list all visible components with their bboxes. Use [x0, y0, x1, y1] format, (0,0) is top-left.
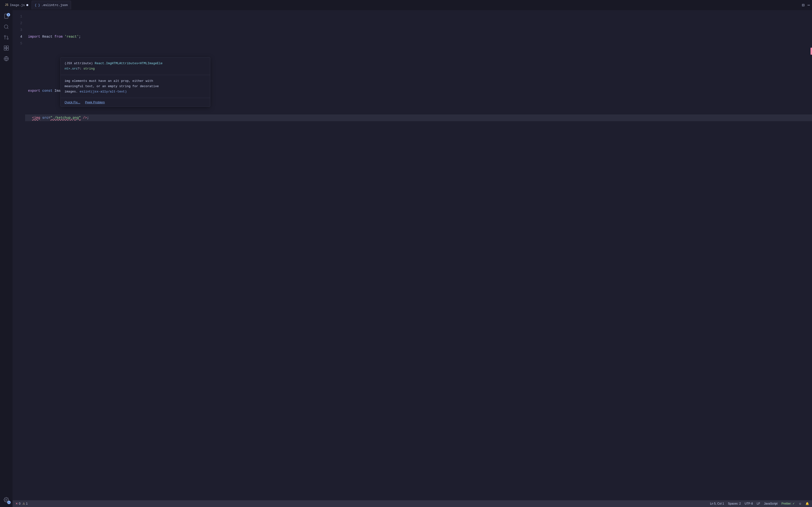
hover-popup: (JSX attribute) React.ImgHTMLAttributes<… [60, 57, 210, 107]
svg-line-1 [7, 28, 8, 29]
svg-point-2 [7, 38, 8, 40]
code-line-4: <img src="./ketchup.png" />; [25, 114, 812, 121]
hover-type-section: (JSX attribute) React.ImgHTMLAttributes<… [61, 57, 210, 75]
keyword-export: export [28, 89, 40, 93]
keyword-const: const [42, 89, 52, 93]
hover-actions: Quick Fix... Peek Problem [61, 98, 210, 107]
code-line-1: import React from 'react'; [25, 33, 812, 40]
line-num-4: 4 [12, 33, 22, 40]
line-num-2: 2 [12, 20, 22, 26]
hover-eslint-section: img elements must have an alt prop, eith… [61, 75, 210, 98]
error-count: 0 [19, 502, 20, 505]
peek-problem-button[interactable]: Peek Problem [85, 101, 105, 104]
tab-bar-actions: ⊟ ⋯ [802, 2, 810, 8]
status-warnings[interactable]: ⚠ 1 [22, 502, 28, 505]
editor-area: 1 2 3 4 5 import React from 'react'; exp… [12, 10, 812, 507]
extensions-icon [4, 45, 9, 52]
tab-eslintrc[interactable]: { } .eslintrc.json [32, 1, 71, 9]
status-right: Ln 5, Col 1 Spaces: 2 UTF-8 LF JavaScrip… [710, 502, 809, 505]
activity-search[interactable] [1, 23, 11, 32]
hover-eslint-rule: eslint(jsx-a11y/alt-text) [80, 90, 126, 94]
quick-fix-button[interactable]: Quick Fix... [64, 101, 80, 104]
status-position[interactable]: Ln 5, Col 1 [710, 502, 724, 505]
activity-source-control[interactable] [1, 33, 11, 43]
line-num-1: 1 [12, 13, 22, 20]
scrollbar-accent [811, 48, 812, 55]
status-bell[interactable]: 🔔 [806, 502, 809, 505]
git-icon [4, 35, 9, 42]
tab-modified-dot [27, 4, 28, 6]
error-icon: ✕ [15, 502, 18, 505]
status-language[interactable]: JavaScript [764, 502, 777, 505]
line-num-5: 5 [12, 40, 22, 47]
remote-icon [4, 56, 9, 63]
svg-rect-5 [4, 46, 6, 48]
svg-point-3 [4, 36, 6, 37]
tab-image-js[interactable]: JS Image.js [2, 1, 31, 9]
activity-settings[interactable]: 1 [1, 495, 11, 505]
main-layout: 1 [0, 10, 812, 507]
js-file-icon: JS [5, 3, 8, 7]
keyword-import: import [28, 35, 40, 39]
status-bar: ✕ 0 ⚠ 1 Ln 5, Col 1 Spaces: 2 UTF-8 LF J… [12, 500, 812, 507]
tab-label-image-js: Image.js [10, 3, 24, 7]
line-numbers: 1 2 3 4 5 [12, 10, 25, 500]
more-actions-icon[interactable]: ⋯ [807, 2, 810, 8]
status-prettier[interactable]: Prettier: ✓ [781, 502, 795, 505]
svg-rect-6 [6, 46, 8, 48]
warning-icon: ⚠ [22, 502, 25, 505]
status-line-ending[interactable]: LF [757, 502, 760, 505]
tab-label-eslintrc: .eslintrc.json [41, 3, 68, 7]
svg-point-11 [6, 499, 7, 501]
code-container: 1 2 3 4 5 import React from 'react'; exp… [12, 10, 812, 500]
status-smiley[interactable]: ☺ [799, 502, 802, 505]
status-errors[interactable]: ✕ 0 [15, 502, 20, 505]
activity-bar: 1 [0, 10, 12, 507]
src-attr: src [42, 116, 48, 120]
activity-files[interactable]: 1 [1, 12, 11, 22]
svg-rect-7 [4, 48, 6, 50]
svg-rect-8 [6, 48, 8, 50]
hover-jsx-label: (JSX attribute) [64, 62, 95, 65]
hover-value-type: string [83, 67, 95, 70]
warning-count: 1 [26, 502, 28, 505]
status-encoding[interactable]: UTF-8 [745, 502, 753, 505]
activity-extensions[interactable] [1, 44, 11, 54]
jsx-img-tag: <img [32, 116, 40, 120]
line-num-3: 3 [12, 26, 22, 33]
code-line-5 [25, 142, 812, 148]
tab-bar: JS Image.js { } .eslintrc.json ⊟ ⋯ [0, 0, 812, 10]
status-spaces[interactable]: Spaces: 2 [728, 502, 741, 505]
activity-remote[interactable] [1, 55, 11, 64]
keyword-from: from [54, 35, 63, 39]
string-react: 'react' [64, 35, 79, 39]
settings-badge: 1 [7, 501, 11, 504]
json-file-icon: { } [35, 4, 40, 7]
split-editor-icon[interactable]: ⊟ [802, 2, 805, 8]
files-badge: 1 [7, 13, 10, 16]
search-icon [4, 24, 9, 31]
status-left: ✕ 0 ⚠ 1 [15, 502, 28, 505]
src-value: "./ketchup.png" [50, 116, 81, 120]
svg-point-0 [4, 25, 8, 29]
jsx-close-tag: /> [81, 116, 87, 120]
